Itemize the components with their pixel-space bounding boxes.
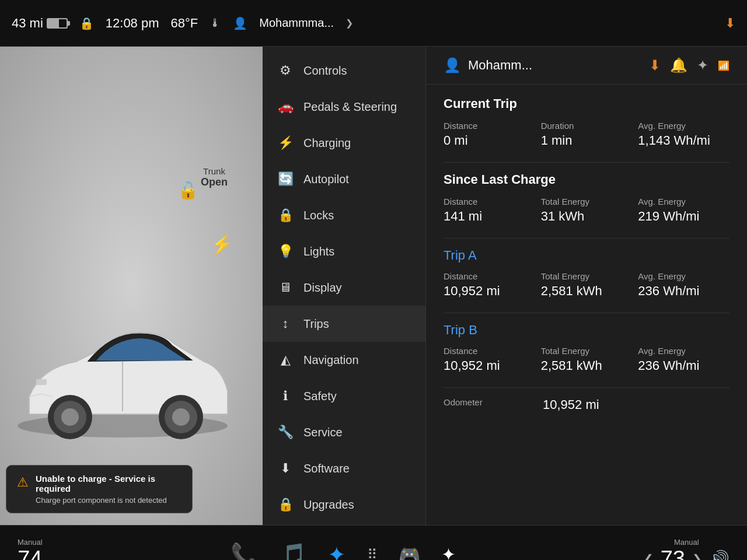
trip-b-avg-energy-value: 236 Wh/mi <box>638 358 729 373</box>
error-subtitle: Charge port component is not detected <box>36 496 181 505</box>
charge-total-energy-label: Total Energy <box>541 197 633 206</box>
bluetooth-icon[interactable]: ✦ <box>327 542 346 561</box>
chevron-right-climate[interactable]: ❯ <box>692 552 702 560</box>
trunk-label: Trunk <box>201 166 228 176</box>
svg-rect-8 <box>36 379 47 385</box>
username-display: Mohammma... <box>259 16 334 30</box>
signal-icon: 📶 <box>718 60 729 71</box>
divider-1 <box>444 162 729 163</box>
menu-item-controls[interactable]: ⚙ Controls <box>263 52 425 89</box>
more-apps-icon[interactable]: ⠿ <box>367 547 378 561</box>
trip-a-stats: Distance 10,952 mi Total Energy 2,581 kW… <box>444 271 729 299</box>
current-duration-value: 1 min <box>541 133 633 148</box>
chevron-left-climate[interactable]: ❮ <box>644 552 654 560</box>
menu-item-display[interactable]: 🖥 Display <box>263 270 425 306</box>
current-distance: Distance 0 mi <box>444 121 535 148</box>
charge-distance-value: 141 mi <box>444 209 535 224</box>
left-climate-label: Manual <box>18 538 43 547</box>
since-last-charge-title: Since Last Charge <box>444 172 729 187</box>
display-icon: 🖥 <box>277 280 294 295</box>
trip-a-distance: Distance 10,952 mi <box>444 271 535 299</box>
divider-3 <box>444 313 729 313</box>
pedals-label: Pedals & Steering <box>303 100 397 114</box>
media-app-icon[interactable]: 🎮 <box>399 544 420 560</box>
menu-item-autopilot[interactable]: 🔄 Autopilot <box>263 161 425 197</box>
error-title: Unable to charge - Service is required <box>36 474 181 494</box>
trips-content: Current Trip Distance 0 mi Duration 1 mi… <box>426 85 747 438</box>
trip-b-total-energy: Total Energy 2,581 kWh <box>541 346 633 373</box>
status-bar: 43 mi 🔒 12:08 pm 68°F 🌡 👤 Mohammma... ❯ … <box>0 0 747 47</box>
trip-a-title: Trip A <box>444 248 729 263</box>
trip-a-avg-energy-value: 236 Wh/mi <box>638 284 729 299</box>
charge-avg-energy-label: Avg. Energy <box>638 197 729 206</box>
temperature-display: 68°F <box>171 16 198 31</box>
warning-icon: ⚠ <box>17 475 29 490</box>
charging-icon: ⚡ <box>277 135 294 150</box>
trips-panel: 👤 Mohamm... ⬇ 🔔 ✦ 📶 Current Trip Distanc… <box>426 47 747 525</box>
current-avg-energy-value: 1,143 Wh/mi <box>638 133 729 148</box>
controls-icon: ⚙ <box>277 63 294 78</box>
controls-label: Controls <box>303 64 347 78</box>
navigation-icon: ◭ <box>277 352 294 368</box>
locks-label: Locks <box>303 209 334 222</box>
taskbar: Manual 74 📞 🎵 ✦ ⠿ 🎮 ✦ Manual ❮ 73 ❯ 🔊 RE… <box>0 525 747 560</box>
divider-2 <box>444 238 729 239</box>
error-message: Unable to charge - Service is required C… <box>36 474 181 505</box>
locks-icon: 🔒 <box>277 208 294 223</box>
phone-icon[interactable]: 📞 <box>231 542 258 561</box>
spotify-icon[interactable]: 🎵 <box>279 542 306 561</box>
upgrades-icon: 🔒 <box>277 497 294 512</box>
menu-item-trips[interactable]: ↕ Trips <box>263 306 425 342</box>
charge-avg-energy: Avg. Energy 219 Wh/mi <box>638 197 729 224</box>
lights-icon: 💡 <box>277 244 294 259</box>
lights-label: Lights <box>303 245 334 258</box>
charge-distance-label: Distance <box>444 197 535 206</box>
volume-icon[interactable]: 🔊 <box>709 550 729 561</box>
profile-header: 👤 Mohamm... ⬇ 🔔 ✦ 📶 <box>426 47 747 85</box>
software-label: Software <box>303 462 350 475</box>
trips-label: Trips <box>303 317 329 331</box>
menu-item-navigation[interactable]: ◭ Navigation <box>263 342 425 378</box>
odometer-label: Odometer <box>444 397 537 407</box>
trunk-value: Open <box>201 176 228 188</box>
trip-b-distance: Distance 10,952 mi <box>444 346 535 373</box>
menu-item-charging[interactable]: ⚡ Charging <box>263 125 425 161</box>
right-climate-value: 73 <box>661 547 685 561</box>
trip-b-stats: Distance 10,952 mi Total Energy 2,581 kW… <box>444 346 729 373</box>
trip-b-distance-value: 10,952 mi <box>444 358 535 373</box>
music-icon[interactable]: ✦ <box>441 544 456 560</box>
trip-b-title: Trip B <box>444 323 729 338</box>
battery-icon <box>47 18 68 29</box>
notification-icon: 🔔 <box>670 57 687 74</box>
car-panel: Trunk Open 🔓 ⚡ <box>0 47 263 525</box>
chevron-right-icon: ❯ <box>345 18 353 29</box>
charging-label: Charging <box>303 136 351 150</box>
menu-item-safety[interactable]: ℹ Safety <box>263 378 425 414</box>
menu-item-locks[interactable]: 🔒 Locks <box>263 197 425 233</box>
current-avg-energy-label: Avg. Energy <box>638 121 729 131</box>
odometer-stat: Odometer <box>444 397 537 412</box>
since-last-charge-stats: Distance 141 mi Total Energy 31 kWh Avg.… <box>444 197 729 224</box>
left-climate: Manual 74 <box>18 538 43 561</box>
odometer-value-item: 10,952 mi <box>543 397 729 412</box>
trip-a-distance-label: Distance <box>444 271 535 281</box>
menu-item-software[interactable]: ⬇ Software <box>263 450 425 487</box>
menu-item-upgrades[interactable]: 🔒 Upgrades <box>263 487 425 523</box>
svg-point-6 <box>172 408 190 426</box>
menu-item-pedals[interactable]: 🚗 Pedals & Steering <box>263 89 425 125</box>
user-icon: 👤 <box>233 16 247 30</box>
trips-icon: ↕ <box>277 316 294 331</box>
trip-a-total-energy: Total Energy 2,581 kWh <box>541 271 633 299</box>
charge-total-energy-value: 31 kWh <box>541 209 633 224</box>
trip-b-total-energy-label: Total Energy <box>541 346 633 356</box>
current-distance-label: Distance <box>444 121 535 131</box>
svg-point-3 <box>61 408 79 426</box>
divider-4 <box>444 387 729 388</box>
menu-item-lights[interactable]: 💡 Lights <box>263 233 425 270</box>
autopilot-icon: 🔄 <box>277 172 294 187</box>
current-trip-title: Current Trip <box>444 96 729 111</box>
display-label: Display <box>303 281 342 295</box>
menu-item-service[interactable]: 🔧 Service <box>263 414 425 450</box>
upgrades-label: Upgrades <box>303 498 354 512</box>
current-avg-energy: Avg. Energy 1,143 Wh/mi <box>638 121 729 148</box>
